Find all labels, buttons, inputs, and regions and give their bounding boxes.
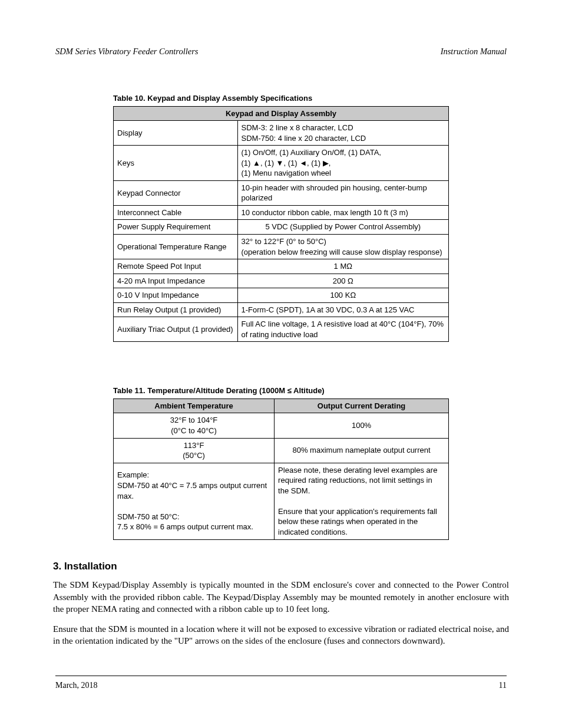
cell-value: 32° to 122°F (0° to 50°C)(operation belo… bbox=[237, 235, 448, 259]
cell-label: 4-20 mA Input Impedance bbox=[114, 274, 238, 288]
footer-right: 11 bbox=[499, 680, 507, 691]
cell-label: Operational Temperature Range bbox=[114, 235, 238, 259]
cell-value: (1) On/Off, (1) Auxiliary On/Off, (1) DA… bbox=[237, 146, 448, 181]
cell-a: Example:SDM-750 at 40°C = 7.5 amps outpu… bbox=[114, 463, 275, 539]
cell-value: 200 Ω bbox=[237, 274, 448, 288]
cell-label: Interconnect Cable bbox=[114, 205, 238, 220]
table2-caption: Table 11. Temperature/Altitude Derating … bbox=[113, 386, 449, 396]
table-row: Auxiliary Triac Output (1 provided) Full… bbox=[114, 317, 449, 342]
table1: Keypad and Display Assembly Display SDM-… bbox=[113, 106, 449, 342]
table-row: Run Relay Output (1 provided) 1-Form-C (… bbox=[114, 302, 449, 317]
cell-label: Keys bbox=[114, 146, 238, 181]
running-header-left: SDM Series Vibratory Feeder Controllers bbox=[55, 46, 198, 58]
cell-value: 10-pin header with shrouded pin housing,… bbox=[237, 180, 448, 205]
table-row: 4-20 mA Input Impedance 200 Ω bbox=[114, 274, 449, 288]
footer-left: March, 2018 bbox=[55, 680, 98, 691]
cell-label: Run Relay Output (1 provided) bbox=[114, 302, 238, 317]
cell-value: SDM-3: 2 line x 8 character, LCDSDM-750:… bbox=[237, 121, 448, 146]
cell-label: Power Supply Requirement bbox=[114, 220, 238, 235]
running-header-right: Instruction Manual bbox=[441, 46, 507, 58]
cell-b: 100% bbox=[275, 413, 449, 438]
table2-caption-prefix: Table 11. Temperature/Altitude Derating … bbox=[113, 386, 287, 395]
cell-value: 5 VDC (Supplied by Power Control Assembl… bbox=[237, 220, 448, 235]
cell-label: Display bbox=[114, 121, 238, 146]
table-row: Keypad Connector 10-pin header with shro… bbox=[114, 180, 449, 205]
table2-col-b-header: Output Current Derating bbox=[275, 398, 449, 413]
cell-value: 100 KΩ bbox=[237, 288, 448, 303]
section-heading: 3. Installation bbox=[53, 560, 509, 574]
le-symbol: ≤ bbox=[287, 386, 292, 395]
cell-label: 0-10 V Input Impedance bbox=[114, 288, 238, 303]
table2: Ambient Temperature Output Current Derat… bbox=[113, 398, 449, 540]
table-row: 113°F(50°C) 80% maximum nameplate output… bbox=[114, 438, 449, 463]
table2-caption-suffix: Altitude) bbox=[292, 386, 325, 395]
table-row: 32°F to 104°F(0°C to 40°C) 100% bbox=[114, 413, 449, 438]
cell-a: 32°F to 104°F(0°C to 40°C) bbox=[114, 413, 275, 438]
table-row: 0-10 V Input Impedance 100 KΩ bbox=[114, 288, 449, 303]
table1-caption: Table 10. Keypad and Display Assembly Sp… bbox=[113, 93, 449, 104]
table-row: Power Supply Requirement 5 VDC (Supplied… bbox=[114, 220, 449, 235]
cell-label: Auxiliary Triac Output (1 provided) bbox=[114, 317, 238, 342]
table-row: Example:SDM-750 at 40°C = 7.5 amps outpu… bbox=[114, 463, 449, 539]
cell-label: Remote Speed Pot Input bbox=[114, 259, 238, 274]
table-row: Operational Temperature Range 32° to 122… bbox=[114, 235, 449, 259]
cell-value: Full AC line voltage, 1 A resistive load… bbox=[237, 317, 448, 342]
cell-label: Keypad Connector bbox=[114, 180, 238, 205]
table-row: Keys (1) On/Off, (1) Auxiliary On/Off, (… bbox=[114, 146, 449, 181]
footer-rule bbox=[55, 676, 507, 676]
table-row: Remote Speed Pot Input 1 MΩ bbox=[114, 259, 449, 274]
body-paragraph-2: Ensure that the SDM is mounted in a loca… bbox=[53, 623, 509, 647]
cell-value: 10 conductor ribbon cable, max length 10… bbox=[237, 205, 448, 220]
cell-b: 80% maximum nameplate output current bbox=[275, 438, 449, 463]
body-paragraph-1: The SDM Keypad/Display Assembly is typic… bbox=[53, 579, 509, 615]
cell-a: 113°F(50°C) bbox=[114, 438, 275, 463]
table-row: Display SDM-3: 2 line x 8 character, LCD… bbox=[114, 121, 449, 146]
cell-value: 1 MΩ bbox=[237, 259, 448, 274]
table1-header: Keypad and Display Assembly bbox=[114, 106, 449, 121]
cell-value: 1-Form-C (SPDT), 1A at 30 VDC, 0.3 A at … bbox=[237, 302, 448, 317]
table2-col-a-header: Ambient Temperature bbox=[114, 398, 275, 413]
table-row: Interconnect Cable 10 conductor ribbon c… bbox=[114, 205, 449, 220]
cell-b: Please note, these derating level exampl… bbox=[275, 463, 449, 539]
